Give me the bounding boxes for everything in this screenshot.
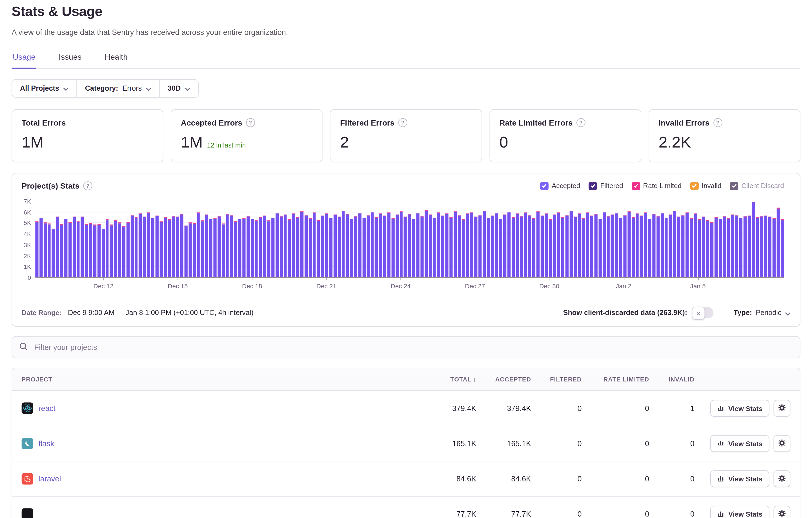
stacked-bar [64,219,67,277]
project-settings-button[interactable] [774,435,790,452]
stacked-bar [176,216,179,277]
stacked-bar [85,224,88,277]
stacked-bar [499,219,502,277]
stacked-bar [429,214,432,277]
stacked-bar [114,220,117,277]
project-link[interactable]: react [38,404,56,413]
help-icon[interactable]: ? [246,118,255,127]
legend-item-filtered[interactable]: Filtered [588,182,623,190]
stacked-bar [209,219,212,277]
stacked-bar [126,222,129,277]
stacked-bar [441,215,444,277]
view-stats-button[interactable]: View Stats [710,435,769,452]
stat-card-title: Total Errors [22,118,66,127]
column-filtered[interactable]: FILTERED [531,376,582,382]
stacked-bar [503,214,506,277]
stacked-bar [710,222,714,277]
help-icon[interactable]: ? [398,118,407,127]
period-filter-dropdown[interactable]: 30D [159,80,198,97]
help-icon[interactable]: ? [83,181,92,190]
table-row: react379.4K379.4K001View Stats [12,391,800,426]
project-settings-button[interactable] [774,506,790,518]
y-tick-label: 0 [28,274,31,281]
stacked-bar [246,216,250,277]
stacked-bar [665,218,668,277]
period-filter-label: 30D [168,85,181,92]
stacked-bar [425,210,428,277]
stacked-bar [578,213,581,277]
stacked-bar [669,214,672,277]
stacked-bar [147,212,150,277]
stacked-bar [615,213,618,277]
chart-plot[interactable] [35,197,784,278]
view-stats-button[interactable]: View Stats [710,470,769,487]
stat-card-value: 1M [181,133,203,151]
checkbox-checked-icon[interactable] [631,182,640,190]
category-filter-value: Errors [122,85,142,92]
legend-item-accepted[interactable]: Accepted [540,182,580,190]
checkbox-checked-icon[interactable] [588,182,597,190]
tab-issues[interactable]: Issues [58,49,83,68]
project-settings-button[interactable] [774,400,790,417]
stat-card: Accepted Errors?1M12 in last min [171,109,323,162]
stacked-bar [400,211,403,277]
column-accepted[interactable]: ACCEPTED [476,376,531,382]
client-discard-toggle[interactable] [693,307,714,318]
column-rate-limited[interactable]: RATE LIMITED [582,376,649,382]
y-tick-label: 7K [24,198,31,204]
legend-item-invalid[interactable]: Invalid [690,182,721,190]
tab-usage[interactable]: Usage [11,49,37,69]
x-tick-label: Dec 24 [391,282,411,290]
stacked-bar [694,213,697,277]
stacked-bar [122,226,125,277]
x-tick-label: Dec 12 [93,282,114,290]
stat-card: Total Errors1M [11,109,164,162]
stacked-bar [52,228,55,277]
legend-label: Invalid [701,182,721,190]
stacked-bar [657,216,660,277]
checkbox-checked-icon[interactable] [730,182,738,190]
stacked-bar [698,219,701,277]
project-filter-dropdown[interactable]: All Projects [12,80,77,97]
stacked-bar [748,215,751,277]
stacked-bar [276,213,279,277]
type-dropdown[interactable]: Type: Periodic [734,308,790,317]
stat-card-extra: 12 in last min [207,142,246,149]
stacked-bar [317,220,320,277]
stacked-bar [458,215,461,277]
stacked-bar [532,218,535,277]
stacked-bar [768,216,772,277]
stacked-bar [35,221,38,277]
project-link[interactable]: laravel [38,475,61,483]
project-link[interactable]: flask [38,439,54,448]
legend-item-rate-limited[interactable]: Rate Limited [631,182,682,190]
column-invalid[interactable]: INVALID [649,376,695,382]
stacked-bar [437,212,440,277]
stacked-bar [97,224,100,277]
stacked-bar [599,219,602,277]
stacked-bar [528,215,531,277]
bar-chart-icon [717,404,725,413]
checkbox-checked-icon[interactable] [540,182,549,190]
stacked-bar [566,215,569,277]
tab-health[interactable]: Health [104,49,129,68]
stacked-bar [408,214,411,277]
checkbox-checked-icon[interactable] [690,182,698,190]
stacked-bar [495,213,498,277]
project-settings-button[interactable] [774,470,790,487]
column-total[interactable]: TOTAL↓ [426,376,476,382]
view-stats-button[interactable]: View Stats [710,506,769,518]
category-filter-dropdown[interactable]: Category: Errors [77,80,159,97]
stacked-bar [702,216,705,277]
help-icon[interactable]: ? [713,118,722,127]
stacked-bar [652,214,655,277]
stacked-bar [557,212,560,277]
stacked-bar [677,216,680,277]
search-input[interactable] [33,342,793,352]
legend-item-client-discard[interactable]: Client Discard [730,182,784,190]
column-project[interactable]: PROJECT [22,376,426,382]
help-icon[interactable]: ? [576,118,585,127]
x-axis: Dec 12Dec 15Dec 18Dec 21Dec 24Dec 27Dec … [35,278,784,293]
y-tick-label: 5K [24,220,31,226]
view-stats-button[interactable]: View Stats [710,400,769,417]
